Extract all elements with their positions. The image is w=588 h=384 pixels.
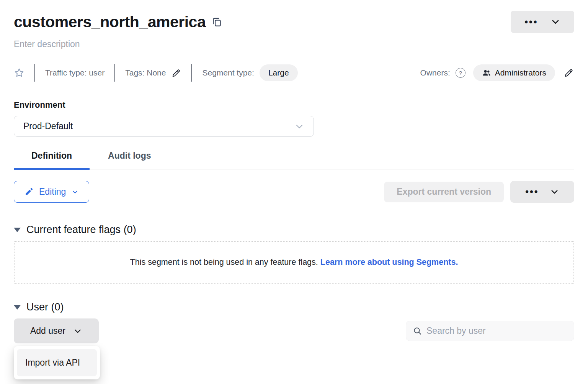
tags-label: Tags: None (125, 68, 166, 77)
people-icon (482, 68, 491, 77)
edit-owners-pencil-icon[interactable] (564, 67, 574, 78)
ellipsis-icon: ••• (525, 187, 539, 197)
tab-definition[interactable]: Definition (14, 151, 90, 169)
segment-type-badge: Large (260, 64, 298, 81)
feature-flags-empty-state: This segment is not being used in any fe… (14, 241, 574, 284)
copy-icon[interactable] (212, 17, 222, 27)
chevron-down-icon (550, 17, 560, 27)
user-section-toggle[interactable]: User (0) (14, 301, 574, 313)
environment-selected-value: Prod-Default (23, 121, 73, 131)
feature-flags-section-toggle[interactable]: Current feature flags (0) (14, 224, 574, 236)
divider (34, 64, 35, 82)
learn-more-link[interactable]: Learn more about using Segments. (320, 258, 458, 267)
tab-bar: Definition Audit logs (14, 151, 574, 169)
definition-toolbar: Editing Export current version ••• (14, 181, 574, 203)
search-by-user-input[interactable] (426, 326, 567, 336)
traffic-type: Traffic type: user (45, 68, 105, 77)
page-title: customers_north_america (14, 13, 206, 31)
toolbar-more-button[interactable]: ••• (510, 181, 574, 203)
environment-select[interactable]: Prod-Default (14, 116, 314, 137)
owners: Owners: ? Administrators (420, 64, 574, 81)
chevron-down-icon (294, 121, 304, 131)
export-current-version-button[interactable]: Export current version (384, 182, 504, 202)
editing-label: Editing (39, 187, 66, 197)
chevron-down-icon (73, 327, 82, 336)
empty-state-text: This segment is not being used in any fe… (130, 258, 318, 267)
toolbar-right: Export current version ••• (384, 181, 574, 203)
chevron-down-icon (72, 189, 78, 195)
search-icon (413, 326, 422, 336)
feature-flags-heading: Current feature flags (0) (26, 224, 136, 236)
header-more-button[interactable]: ••• (511, 11, 574, 33)
menu-item-import-via-api[interactable]: Import via API (17, 349, 97, 376)
divider (114, 64, 115, 82)
owners-label: Owners: (420, 68, 450, 77)
meta-row: Traffic type: user Tags: None Segment ty… (14, 64, 574, 82)
favorite-star-icon[interactable] (14, 67, 24, 78)
traffic-type-label: Traffic type: user (45, 68, 105, 77)
add-user-button[interactable]: Add user (14, 318, 99, 343)
divider (191, 64, 192, 82)
add-user-dropdown-menu: Import via API (14, 346, 100, 379)
environment-label: Environment (14, 100, 574, 110)
collapse-triangle-icon (14, 228, 21, 232)
user-search (406, 321, 574, 341)
divider (14, 213, 574, 213)
edit-tags-pencil-icon[interactable] (171, 68, 181, 78)
segment-page: customers_north_america ••• Enter descri… (0, 11, 588, 343)
chevron-down-icon (550, 187, 559, 197)
user-heading: User (0) (26, 301, 64, 313)
pencil-icon (24, 187, 33, 196)
segment-type-label: Segment type: (202, 68, 254, 77)
owners-badge: Administrators (473, 64, 555, 81)
tags: Tags: None (125, 68, 181, 78)
add-user-label: Add user (30, 326, 65, 336)
header: customers_north_america ••• (14, 11, 574, 33)
help-icon[interactable]: ? (456, 68, 466, 78)
ellipsis-icon: ••• (524, 17, 538, 27)
user-controls-row: Add user Import via API (14, 318, 574, 343)
tab-audit-logs[interactable]: Audit logs (90, 151, 168, 169)
collapse-triangle-icon (14, 305, 21, 310)
add-user-dropdown-wrap: Add user Import via API (14, 318, 99, 343)
segment-type: Segment type: Large (202, 64, 297, 81)
description-placeholder[interactable]: Enter description (14, 39, 574, 49)
editing-mode-button[interactable]: Editing (14, 181, 89, 203)
owners-value: Administrators (495, 68, 546, 77)
